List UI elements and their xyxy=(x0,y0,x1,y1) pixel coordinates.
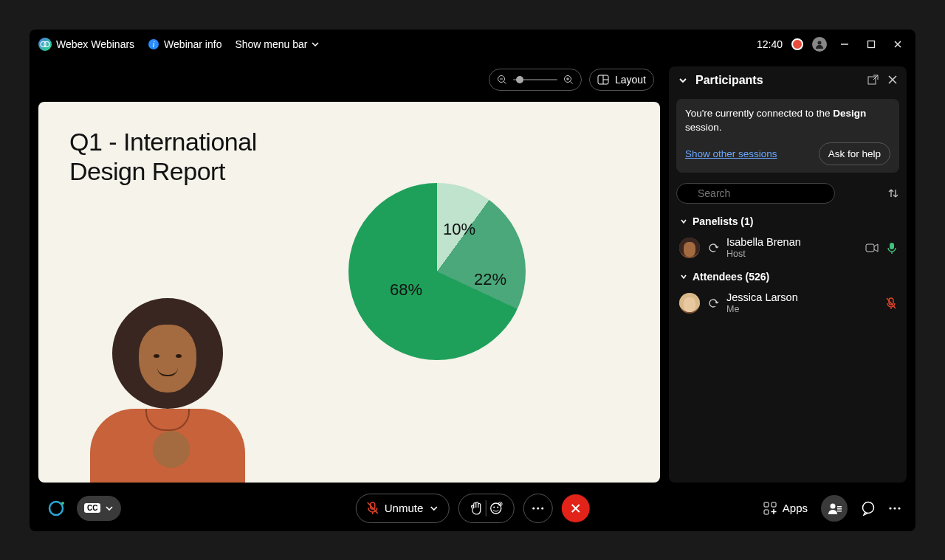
chat-button[interactable] xyxy=(861,501,876,516)
leave-button[interactable] xyxy=(561,494,589,522)
ask-for-help-button[interactable]: Ask for help xyxy=(819,142,890,166)
svg-point-15 xyxy=(61,502,64,505)
svg-rect-25 xyxy=(772,502,776,507)
main-area: Layout Q1 - International Design Report xyxy=(30,59,915,485)
panel-options-button[interactable] xyxy=(889,507,901,510)
emoji-icon xyxy=(489,502,502,515)
svg-point-31 xyxy=(863,502,874,513)
popout-icon[interactable] xyxy=(867,75,879,86)
record-indicator-icon[interactable] xyxy=(791,38,803,50)
svg-point-14 xyxy=(49,502,63,515)
stage-controls: Layout xyxy=(38,66,660,93)
video-icon[interactable] xyxy=(865,243,879,253)
participant-name: Isabella Brenan xyxy=(726,236,801,249)
app-title: Webex Webinars xyxy=(38,38,134,51)
pie-slice-label-0: 10% xyxy=(443,220,475,239)
menu-label: Show menu bar xyxy=(235,38,307,50)
maximize-button[interactable] xyxy=(862,35,880,53)
zoom-control[interactable] xyxy=(489,69,582,91)
svg-rect-30 xyxy=(837,511,842,512)
webex-logo-icon xyxy=(38,38,52,51)
presenter-image xyxy=(83,291,267,483)
clock: 12:40 xyxy=(757,38,783,50)
svg-rect-9 xyxy=(868,77,876,84)
attendees-header[interactable]: Attendees (526) xyxy=(669,263,907,287)
presentation-stage: Q1 - International Design Report 10% 22%… xyxy=(38,102,660,483)
show-other-sessions-link[interactable]: Show other sessions xyxy=(685,147,777,162)
svg-point-17 xyxy=(490,503,501,514)
webex-assistant-icon[interactable] xyxy=(44,496,69,521)
participant-role: Host xyxy=(726,249,801,259)
zoom-slider[interactable] xyxy=(513,79,557,80)
control-bar: CC Unmute Apps xyxy=(30,485,915,531)
apps-icon xyxy=(763,502,777,515)
sync-icon xyxy=(707,297,719,309)
session-info-text: You're currently connected to the Design… xyxy=(685,106,890,135)
host-indicator-icon[interactable] xyxy=(812,37,827,52)
mic-active-icon[interactable] xyxy=(887,242,896,254)
svg-point-22 xyxy=(537,507,539,509)
zoom-in-icon[interactable] xyxy=(563,75,574,85)
svg-point-1 xyxy=(44,41,49,46)
avatar xyxy=(679,293,700,314)
reactions-button[interactable] xyxy=(458,494,514,523)
layout-label: Layout xyxy=(615,74,646,86)
cc-icon: CC xyxy=(84,503,100,513)
participant-row-panelist[interactable]: Isabella Brenan Host xyxy=(669,232,907,263)
pie-chart: 10% 22% 68% xyxy=(348,183,526,360)
participant-role: Me xyxy=(726,304,798,314)
participant-name: Jessica Larson xyxy=(726,291,798,304)
layout-button[interactable]: Layout xyxy=(589,69,654,91)
slide-title: Q1 - International Design Report xyxy=(38,102,660,187)
collapse-icon[interactable] xyxy=(678,75,688,86)
webinar-info[interactable]: i Webinar info xyxy=(148,38,221,50)
sync-icon xyxy=(707,242,719,254)
captions-button[interactable]: CC xyxy=(77,496,121,521)
pie-slice-label-2: 68% xyxy=(390,280,422,300)
panel-header: Participants xyxy=(669,66,907,94)
svg-rect-11 xyxy=(866,244,874,252)
svg-point-23 xyxy=(541,507,543,509)
panelists-header[interactable]: Panelists (1) xyxy=(669,208,907,232)
mic-muted-icon xyxy=(367,502,379,515)
menu-bar-toggle[interactable]: Show menu bar xyxy=(235,38,319,50)
svg-point-18 xyxy=(493,506,495,508)
panel-title: Participants xyxy=(695,74,763,87)
apps-button[interactable]: Apps xyxy=(763,502,808,515)
search-input[interactable] xyxy=(676,183,835,204)
participant-row-attendee[interactable]: Jessica Larson Me xyxy=(669,287,907,319)
svg-point-4 xyxy=(818,41,822,44)
svg-point-34 xyxy=(898,507,900,509)
svg-point-19 xyxy=(497,506,498,508)
titlebar: Webex Webinars i Webinar info Show menu … xyxy=(30,30,915,59)
session-info-box: You're currently connected to the Design… xyxy=(676,99,899,173)
more-options-button[interactable] xyxy=(523,494,552,523)
svg-rect-29 xyxy=(837,508,842,510)
info-label: Webinar info xyxy=(164,38,221,50)
apps-label: Apps xyxy=(783,502,808,514)
participants-toggle-button[interactable] xyxy=(821,495,848,522)
unmute-label: Unmute xyxy=(385,502,424,514)
app-window: Webex Webinars i Webinar info Show menu … xyxy=(30,30,915,531)
svg-point-27 xyxy=(831,503,836,508)
close-panel-icon[interactable] xyxy=(887,75,898,86)
svg-point-21 xyxy=(532,507,535,509)
svg-point-32 xyxy=(889,507,891,509)
raise-hand-icon xyxy=(470,501,482,516)
close-button[interactable] xyxy=(889,35,907,53)
unmute-button[interactable]: Unmute xyxy=(356,494,450,523)
svg-rect-28 xyxy=(837,506,842,508)
participants-panel: Participants You're currently connected … xyxy=(669,66,907,483)
svg-rect-12 xyxy=(890,243,894,249)
zoom-out-icon[interactable] xyxy=(497,75,507,85)
pie-slice-label-1: 22% xyxy=(474,270,506,289)
avatar xyxy=(679,238,700,258)
svg-point-33 xyxy=(893,507,896,509)
mic-muted-icon[interactable] xyxy=(886,297,896,309)
app-name-label: Webex Webinars xyxy=(56,38,134,50)
minimize-button[interactable] xyxy=(836,35,853,53)
svg-rect-26 xyxy=(764,510,769,514)
info-icon: i xyxy=(148,38,159,50)
chevron-down-icon xyxy=(311,40,320,49)
sort-button[interactable] xyxy=(887,187,899,199)
